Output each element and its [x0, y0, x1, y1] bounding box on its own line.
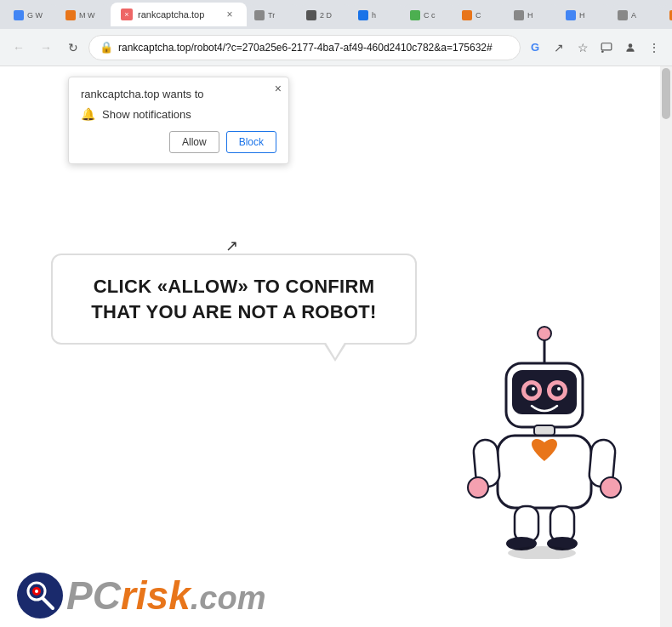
share-button[interactable]: ↗: [548, 37, 570, 59]
svg-point-2: [629, 43, 633, 48]
google-icon: G: [531, 41, 539, 54]
tab-h2[interactable]: H: [507, 4, 558, 26]
svg-point-18: [601, 477, 621, 498]
svg-point-4: [538, 327, 551, 340]
title-bar: G W M W × rankcaptcha.top × Tr 2 D: [0, 0, 672, 29]
risk-text: risk: [121, 573, 191, 618]
tab-d-favicon: [306, 10, 316, 20]
allow-button[interactable]: Allow: [169, 131, 219, 153]
scrollbar[interactable]: [660, 66, 672, 627]
svg-point-27: [35, 590, 38, 593]
svg-rect-21: [550, 506, 574, 542]
bell-icon: 🔔: [81, 107, 95, 121]
menu-button[interactable]: ⋮: [643, 37, 665, 59]
svg-point-1: [602, 51, 603, 52]
reload-button[interactable]: ↻: [61, 36, 85, 60]
profile-button[interactable]: [619, 37, 641, 59]
svg-point-12: [557, 387, 561, 390]
tab-m[interactable]: M W: [59, 4, 110, 26]
page-area: rankcaptcha.top wants to × 🔔 Show notifi…: [0, 66, 672, 627]
tab-h1-label: h: [372, 11, 376, 20]
active-tab-favicon: ×: [121, 9, 133, 20]
notification-popup: rankcaptcha.top wants to × 🔔 Show notifi…: [68, 77, 289, 164]
scrollbar-thumb[interactable]: [662, 68, 670, 119]
tab-c1[interactable]: C c: [403, 4, 454, 26]
popup-buttons: Allow Block: [81, 131, 276, 153]
google-apps-button[interactable]: G: [524, 37, 546, 59]
address-bar[interactable]: 🔒 rankcaptcha.top/robot4/?c=270a25e6-217…: [88, 35, 521, 60]
pc-text: PC: [66, 573, 121, 618]
tab-d-label: 2 D: [320, 11, 332, 20]
tab-g-label: G W: [27, 11, 43, 20]
tab-h3[interactable]: H: [559, 4, 610, 26]
svg-rect-19: [515, 506, 538, 542]
speech-bubble-wrapper: CLICK «ALLOW» TO CONFIRM THAT YOU ARE NO…: [51, 254, 417, 345]
toolbar-actions: G ↗ ☆ ⋮: [524, 37, 665, 59]
tab-a-favicon: [618, 10, 628, 20]
popup-permission-text: Show notifications: [102, 108, 191, 121]
tab-h3-label: H: [579, 11, 585, 20]
cursor-indicator: ↗: [225, 237, 238, 255]
svg-point-11: [532, 387, 535, 390]
pcrisk-text-wrapper: PCrisk.com: [66, 573, 265, 618]
tab-tr-favicon: [254, 10, 265, 20]
tab-c1-favicon: [410, 10, 420, 20]
forward-button[interactable]: →: [34, 36, 58, 60]
com-text: .com: [191, 580, 266, 616]
tab-tr-label: Tr: [268, 11, 275, 20]
toolbar: ← → ↻ 🔒 rankcaptcha.top/robot4/?c=270a25…: [0, 29, 672, 66]
tab-a[interactable]: A: [611, 4, 662, 26]
lock-icon: 🔒: [100, 41, 113, 54]
tab-g[interactable]: G W: [7, 4, 58, 26]
tab-h2-favicon: [514, 10, 524, 20]
popup-title: rankcaptcha.top wants to: [81, 88, 276, 100]
active-tab-title: rankcaptcha.top: [138, 9, 218, 20]
tab-h1[interactable]: h: [351, 4, 402, 26]
tab-m-label: M W: [79, 11, 95, 20]
url-text: rankcaptcha.top/robot4/?c=270a25e6-2177-…: [118, 42, 510, 54]
browser-frame: G W M W × rankcaptcha.top × Tr 2 D: [0, 0, 672, 627]
svg-point-16: [468, 477, 488, 498]
svg-point-9: [526, 385, 538, 396]
cast-button[interactable]: [595, 37, 618, 59]
pcrisk-logo: PCrisk.com: [17, 573, 265, 618]
tab-active[interactable]: × rankcaptcha.top ×: [111, 3, 247, 26]
bookmark-button[interactable]: ☆: [572, 37, 594, 59]
popup-permission-row: 🔔 Show notifications: [81, 107, 276, 121]
svg-rect-0: [601, 43, 612, 49]
tab-d[interactable]: 2 D: [299, 4, 350, 26]
tab-h2-label: H: [527, 11, 533, 20]
tab-a-label: A: [631, 11, 636, 20]
tab-c2[interactable]: C: [455, 4, 506, 26]
tab-c2-favicon: [462, 10, 472, 20]
robot-illustration: [459, 321, 629, 559]
bubble-text: CLICK «ALLOW» TO CONFIRM THAT YOU ARE NO…: [80, 274, 388, 324]
active-tab-close[interactable]: ×: [223, 8, 236, 21]
pcrisk-icon: [17, 573, 63, 618]
tab-c2-label: C: [476, 11, 481, 20]
tab-c3[interactable]: C c: [663, 4, 672, 26]
back-button[interactable]: ←: [7, 36, 31, 60]
tab-c1-label: C c: [424, 11, 436, 20]
tab-group: G W M W × rankcaptcha.top × Tr 2 D: [7, 3, 672, 26]
block-button[interactable]: Block: [226, 131, 276, 153]
popup-close-button[interactable]: ×: [275, 83, 282, 94]
tab-m-favicon: [65, 10, 76, 20]
tab-g-favicon: [14, 10, 24, 20]
speech-bubble: CLICK «ALLOW» TO CONFIRM THAT YOU ARE NO…: [51, 254, 417, 345]
svg-point-24: [17, 573, 63, 618]
svg-rect-13: [534, 425, 555, 436]
tab-h1-favicon: [358, 10, 368, 20]
svg-point-10: [551, 385, 563, 396]
tab-tr[interactable]: Tr: [248, 4, 299, 26]
tab-h3-favicon: [566, 10, 576, 20]
